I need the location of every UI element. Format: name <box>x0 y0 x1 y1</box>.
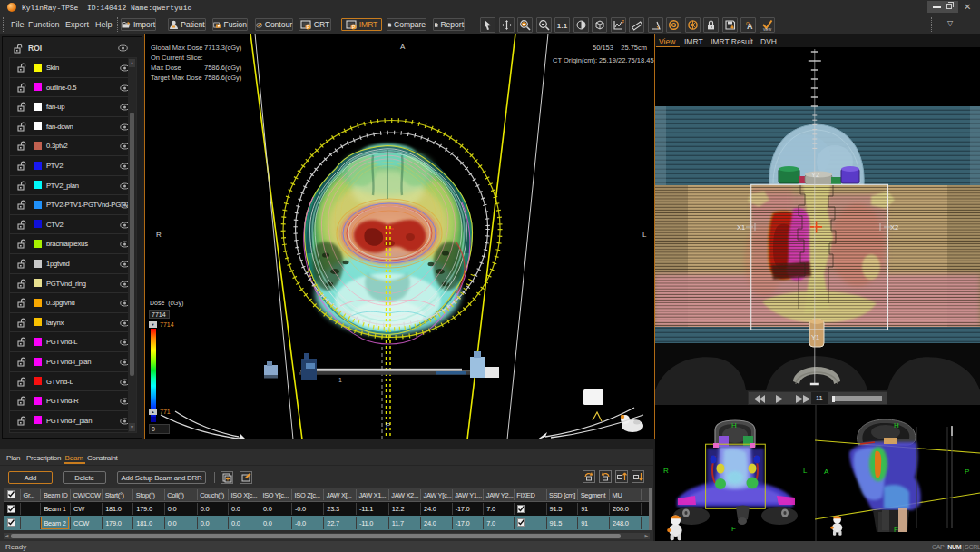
svg-text:L: L <box>803 467 808 475</box>
svg-text:Y2: Y2 <box>811 171 819 179</box>
svg-text:VIEW: VIEW <box>762 28 771 32</box>
svg-text:R: R <box>663 467 669 475</box>
svg-text:Y1: Y1 <box>811 333 819 341</box>
svg-text:F: F <box>894 526 898 534</box>
svg-text:F: F <box>731 525 736 533</box>
svg-text:1: 1 <box>338 377 342 383</box>
svg-text:A: A <box>400 43 406 51</box>
svg-text:R: R <box>156 231 162 239</box>
svg-text:P: P <box>965 468 969 476</box>
svg-text:L: L <box>642 231 647 239</box>
svg-text:P: P <box>386 421 390 429</box>
svg-text:1:1: 1:1 <box>557 22 568 30</box>
svg-text:A: A <box>824 468 829 476</box>
svg-text:P: P <box>306 24 309 29</box>
svg-text:P: P <box>351 24 355 29</box>
svg-text:A: A <box>747 22 753 31</box>
svg-text:X1: X1 <box>737 223 745 232</box>
svg-text:H: H <box>731 421 737 429</box>
svg-text:H: H <box>894 421 899 429</box>
svg-text:P: P <box>622 19 624 25</box>
svg-text:X2: X2 <box>890 223 898 232</box>
